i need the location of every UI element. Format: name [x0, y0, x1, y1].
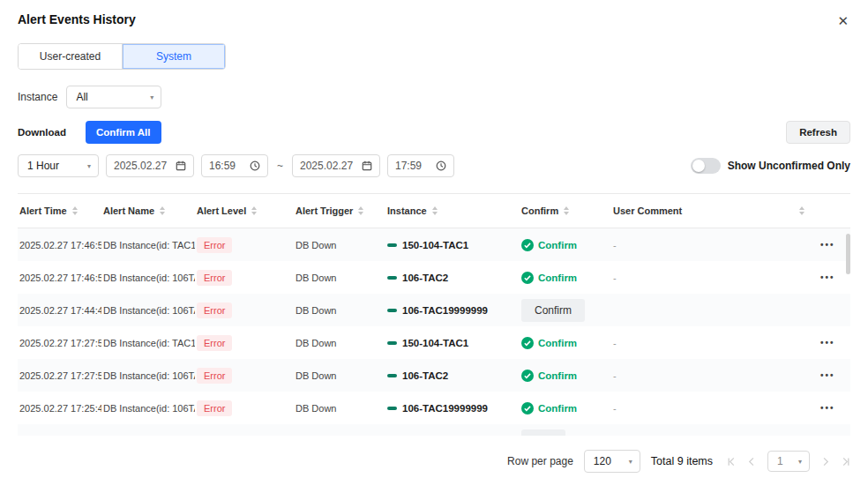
instance-name: 106-TAC2 [402, 273, 448, 283]
refresh-button[interactable]: Refresh [786, 121, 850, 144]
cell-alert-time: 2025.02.27 17:44:44 [18, 305, 101, 316]
confirm-all-button[interactable]: Confirm All [86, 121, 161, 144]
cell-user-comment: - [611, 273, 813, 283]
instance-status-icon [387, 309, 397, 312]
check-circle-icon [521, 239, 534, 251]
instance-filter-row: Instance All ▾ [18, 86, 850, 108]
row-per-page-label: Row per page [507, 455, 573, 467]
instance-select[interactable]: All ▾ [66, 86, 161, 108]
confirmed-indicator[interactable]: Confirm [521, 370, 577, 382]
column-header-label: Alert Time [19, 205, 67, 216]
table-header: Alert TimeAlert NameAlert LevelAlert Tri… [18, 193, 850, 228]
instance-status-icon [387, 243, 397, 247]
instance-name: 106-TAC19999999 [402, 403, 488, 414]
row-actions-icon[interactable]: ••• [815, 272, 841, 283]
check-circle-icon [521, 370, 534, 382]
modal-titlebar: Alert Events History ✕ [18, 12, 850, 29]
cell-confirm [520, 429, 611, 437]
cell-alert-level: Error [195, 368, 294, 384]
pagination-bar: Row per page 120 ▾ Total 9 items 1 ▾ [18, 450, 850, 473]
confirm-label: Confirm [538, 273, 577, 283]
tab-system[interactable]: System [122, 44, 225, 69]
cell-alert-name: DB Instance(id: TAC1) DOWN [101, 240, 195, 250]
table-row: 2025.02.27 17:27:52DB Instance(id: 106TA… [18, 359, 850, 392]
prev-page-icon[interactable] [747, 457, 757, 467]
instance-name: 150-104-TAC1 [402, 338, 468, 348]
clock-icon [436, 161, 446, 171]
show-unconfirmed-label: Show Unconfirmed Only [728, 160, 850, 172]
end-time-value: 17:59 [395, 160, 422, 172]
show-unconfirmed-toggle[interactable] [691, 158, 721, 174]
alert-events-history-modal: Alert Events History ✕ User-createdSyste… [0, 0, 868, 478]
column-header[interactable]: User Comment [611, 205, 813, 216]
close-icon[interactable]: ✕ [835, 12, 850, 29]
vertical-scrollbar[interactable] [846, 234, 850, 274]
column-header[interactable]: Confirm [520, 205, 611, 216]
confirmed-indicator[interactable]: Confirm [521, 239, 577, 251]
cell-confirm: Confirm [520, 370, 611, 382]
tab-user-created[interactable]: User-created [19, 44, 122, 69]
row-actions-icon[interactable]: ••• [815, 370, 841, 381]
confirm-button[interactable]: Confirm [521, 299, 585, 322]
sort-icon [72, 206, 78, 215]
end-time-input[interactable]: 17:59 [387, 154, 454, 177]
confirmed-indicator[interactable]: Confirm [521, 402, 577, 415]
first-page-icon[interactable] [727, 457, 737, 467]
cell-actions: ••• [813, 272, 850, 283]
cell-confirm: Confirm [520, 272, 611, 284]
page-select[interactable]: 1 ▾ [767, 451, 810, 472]
row-per-page-select[interactable]: 120 ▾ [584, 450, 640, 473]
instance-select-value: All [76, 91, 87, 103]
time-range-select[interactable]: 1 Hour ▾ [18, 154, 99, 177]
start-time-input[interactable]: 16:59 [201, 154, 268, 177]
sort-icon [251, 206, 257, 215]
time-range-value: 1 Hour [27, 160, 59, 172]
confirm-label: Confirm [538, 240, 577, 250]
column-header-label: Alert Name [103, 205, 154, 216]
cell-confirm: Confirm [520, 402, 611, 415]
cell-alert-time: 2025.02.27 17:25:40 [18, 403, 101, 414]
column-header[interactable]: Alert Name [101, 205, 195, 216]
cell-alert-time: 2025.02.27 17:46:55 [18, 273, 101, 283]
next-page-icon[interactable] [820, 457, 830, 467]
last-page-icon[interactable] [841, 457, 850, 467]
cell-actions: ••• [813, 239, 850, 250]
tab-group: User-createdSystem [18, 43, 226, 70]
cell-user-comment: - [611, 403, 813, 414]
row-actions-icon[interactable]: ••• [815, 402, 841, 414]
download-button[interactable]: Download [18, 121, 77, 144]
confirm-label: Confirm [538, 370, 577, 381]
partial-row [18, 424, 850, 436]
sort-icon [432, 206, 438, 215]
cell-alert-time: 2025.02.27 17:46:56 [18, 240, 101, 250]
alert-events-table: Alert TimeAlert NameAlert LevelAlert Tri… [18, 193, 850, 436]
column-header[interactable]: Alert Level [195, 205, 294, 216]
total-items-label: Total 9 items [651, 455, 713, 467]
start-date-input[interactable]: 2025.02.27 [106, 154, 194, 177]
table-row: 2025.02.27 17:46:56DB Instance(id: TAC1)… [18, 228, 850, 261]
column-header[interactable]: Alert Trigger [294, 205, 385, 216]
chevron-down-icon: ▾ [87, 162, 91, 170]
calendar-icon [362, 161, 372, 171]
confirmed-indicator[interactable]: Confirm [521, 337, 577, 349]
confirmed-indicator[interactable]: Confirm [521, 272, 577, 284]
column-header[interactable]: Alert Time [18, 205, 101, 216]
alert-level-badge: Error [197, 368, 232, 384]
table-row: 2025.02.27 17:25:40DB Instance(id: 106TA… [18, 392, 850, 424]
end-date-input[interactable]: 2025.02.27 [292, 154, 380, 177]
table-row [18, 424, 850, 436]
pager: 1 ▾ [727, 451, 850, 472]
row-actions-icon[interactable]: ••• [815, 239, 841, 250]
check-circle-icon [521, 402, 534, 415]
cell-alert-trigger: DB Down [294, 240, 385, 250]
cell-confirm: Confirm [520, 239, 611, 251]
row-actions-icon[interactable]: ••• [815, 337, 841, 348]
chevron-down-icon: ▾ [629, 458, 632, 466]
cell-alert-trigger: DB Down [294, 273, 385, 283]
cell-alert-trigger: DB Down [294, 338, 385, 348]
toggle-knob [692, 160, 705, 172]
instance-name: 106-TAC2 [402, 370, 448, 381]
confirm-button[interactable] [521, 429, 565, 437]
column-header[interactable]: Instance [385, 205, 520, 216]
column-header-label: Confirm [521, 205, 558, 216]
